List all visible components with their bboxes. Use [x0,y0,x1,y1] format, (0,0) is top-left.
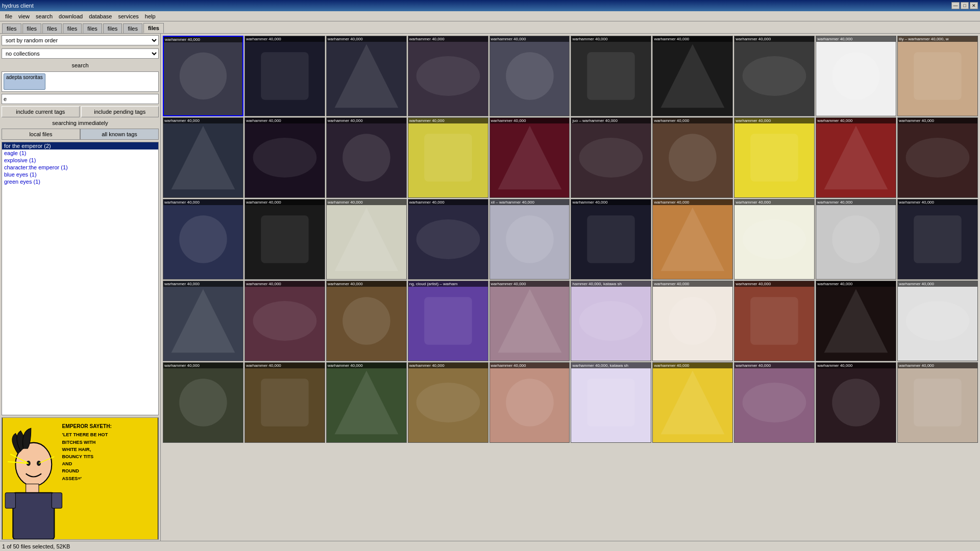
grid-item[interactable]: warhammer 40,000 [244,281,325,361]
grid-item[interactable]: xil – warhammer 40,000 [489,199,570,280]
menu-services[interactable]: services [115,12,141,20]
grid-item[interactable]: warhammer 40,000 [652,36,733,116]
titlebar-title: hydrus client [2,3,34,9]
grid-item[interactable]: warhammer 40,000 [816,199,896,280]
tab-3[interactable]: files [63,23,82,33]
grid-item-label: warhammer 40,000 [734,36,814,42]
grid-item[interactable]: warhammer 40,000 [816,117,896,198]
grid-item[interactable]: warhammer 40,000 [326,199,407,280]
grid-item[interactable]: warhammer 40,000 [408,36,488,116]
grid-item[interactable]: warhammer 40,000 [816,362,896,443]
grid-item[interactable]: warhammer 40,000 [408,362,488,443]
svg-rect-15 [52,493,62,508]
image-placeholder [653,363,732,442]
grid-item[interactable]: warhammer 40,000 [489,362,570,443]
menu-download[interactable]: download [56,12,86,20]
svg-marker-21 [334,44,398,108]
grid-item[interactable]: warhammer 40,000 [326,117,407,198]
grid-item[interactable]: warhammer 40,000 [163,36,243,116]
svg-point-63 [506,379,554,427]
grid-item[interactable]: warhammer 40,000 [734,117,815,198]
grid-item[interactable]: warhammer 40,000 [897,117,978,198]
grid-item[interactable]: warhammer 40,000 [734,36,815,116]
grid-item[interactable]: warhammer 40,000 [734,199,815,280]
tag-list-item[interactable]: blue eyes (1) [2,171,158,178]
grid-item[interactable]: warhammer 40,000 [652,199,733,280]
menu-database[interactable]: database [86,12,115,20]
grid-item[interactable]: warhammer 40,000 [571,36,651,116]
grid-item[interactable]: warhammer 40,000 [489,281,570,361]
grid-item[interactable]: ng, cloud (artist) – warham [408,281,488,361]
menu-help[interactable]: help [142,12,159,20]
grid-item[interactable]: warhammer 40,000 [816,36,896,116]
include-current-tags-button[interactable]: include current tags [2,106,80,117]
grid-item[interactable]: warhammer 40,000 [163,362,243,443]
grid-item[interactable]: warhammer 40,000 [571,199,651,280]
sort-select[interactable]: sort by random order [2,35,159,45]
all-known-tags-button[interactable]: all known tags [80,129,159,140]
grid-item[interactable]: warhammer 40,000 [163,199,243,280]
svg-point-35 [669,134,717,182]
grid-item[interactable]: warhammer 40,000 [734,362,815,443]
minimize-button[interactable]: — [951,2,960,9]
svg-rect-44 [587,215,635,263]
image-placeholder [816,36,896,116]
svg-rect-64 [587,379,635,427]
tag-list-item[interactable]: green eyes (1) [2,178,158,185]
grid-item[interactable]: hammer 40,000, katawa sh [571,281,651,361]
tag-list-item[interactable]: character:the emperor (1) [2,164,158,171]
grid-item[interactable]: warhammer 40,000 [652,281,733,361]
tab-5[interactable]: files [103,23,122,33]
svg-text:ASSES=': ASSES=' [62,476,82,481]
grid-item[interactable]: warhammer 40,000 [897,199,978,280]
grid-item[interactable]: warhammer 40,000 [652,117,733,198]
grid-item[interactable]: warhammer 40,000 [408,117,488,198]
tab-2[interactable]: files [42,23,62,33]
menu-search[interactable]: search [33,12,56,20]
grid-item[interactable]: warhammer 40,000 [326,281,407,361]
grid-item-label: warhammer 40,000 [327,281,406,287]
right-panel[interactable]: warhammer 40,000warhammer 40,000warhamme… [161,34,980,541]
grid-item[interactable]: warhammer 40,000 [897,362,978,443]
grid-item[interactable]: warhammer 40,000 [163,117,243,198]
tab-4[interactable]: files [83,23,102,33]
include-pending-tags-button[interactable]: include pending tags [81,106,159,117]
grid-item[interactable]: warhammer 40,000 [244,36,325,116]
grid-item[interactable]: warhammer 40,000 [489,117,570,198]
grid-item[interactable]: warhammer 40,000 [897,281,978,361]
grid-item[interactable]: warhammer 40,000 [408,199,488,280]
image-placeholder [490,363,570,442]
grid-item[interactable]: warhammer 40,000 [244,117,325,198]
menu-view[interactable]: view [15,12,33,20]
grid-item[interactable]: warhammer 40,000, katawa sh [571,362,651,443]
svg-point-19 [180,53,227,99]
grid-item[interactable]: warhammer 40,000 [326,36,407,116]
grid-item[interactable]: warhammer 40,000 [244,199,325,280]
image-placeholder [164,37,242,115]
svg-point-22 [416,56,480,96]
svg-rect-20 [261,52,309,100]
tab-1[interactable]: files [22,23,42,33]
menu-file[interactable]: file [2,12,15,20]
tab-6[interactable]: files [123,23,142,33]
tag-list-item[interactable]: eagle (1) [2,149,158,157]
grid-item[interactable]: warhammer 40,000 [652,362,733,443]
tab-0[interactable]: files [2,23,21,33]
grid-item[interactable]: illy – warhammer 40,000, w [897,36,978,116]
grid-item[interactable]: warhammer 40,000 [816,281,896,361]
grid-item[interactable]: warhammer 40,000 [734,281,815,361]
local-files-button[interactable]: local files [2,129,80,140]
grid-item[interactable]: warhammer 40,000 [326,362,407,443]
maximize-button[interactable]: □ [961,2,969,9]
close-button[interactable]: ✕ [970,2,978,9]
grid-item[interactable]: warhammer 40,000 [489,36,570,116]
grid-item-label: warhammer 40,000 [898,199,977,205]
grid-item[interactable]: warhammer 40,000 [244,362,325,443]
grid-item[interactable]: warhammer 40,000 [163,281,243,361]
tag-search-input[interactable] [2,94,159,104]
grid-item[interactable]: juo – warhammer 40,000 [571,117,651,198]
collections-select[interactable]: no collections [2,48,159,59]
tag-list-item[interactable]: explosive (1) [2,157,158,164]
tag-list-item[interactable]: for the emperor (2) [2,142,158,149]
tab-7[interactable]: files [143,23,164,33]
